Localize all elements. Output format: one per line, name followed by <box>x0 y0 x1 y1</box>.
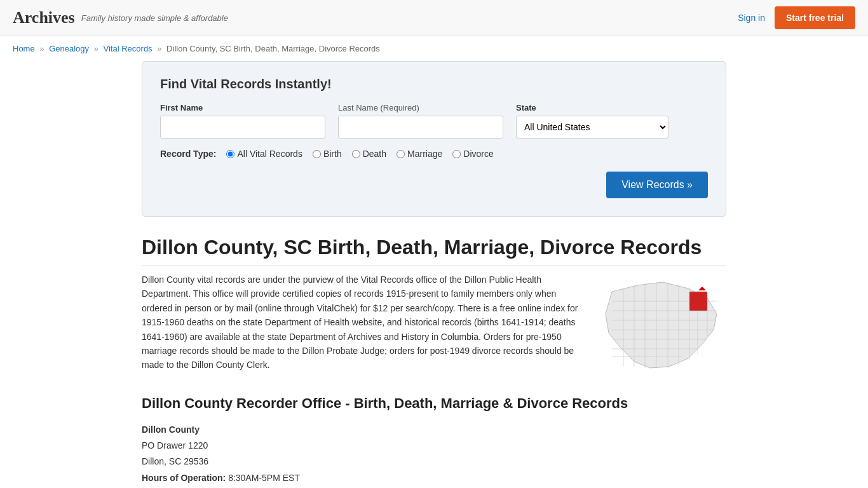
radio-marriage-input[interactable] <box>397 150 405 158</box>
start-trial-button[interactable]: Start free trial <box>775 6 855 29</box>
search-box: Find Vital Records Instantly! First Name… <box>142 61 726 217</box>
site-tagline: Family history made simple & affordable <box>81 13 228 23</box>
hours-label: Hours of Operation: <box>142 473 226 483</box>
breadcrumb-genealogy[interactable]: Genealogy <box>49 44 89 53</box>
site-logo: Archives <box>13 8 75 27</box>
radio-all-vital[interactable]: All Vital Records <box>226 149 302 159</box>
radio-divorce[interactable]: Divorce <box>452 149 493 159</box>
radio-birth[interactable]: Birth <box>313 149 342 159</box>
record-type-label: Record Type: <box>160 149 216 159</box>
state-group: State All United States <box>516 103 668 139</box>
last-name-input[interactable] <box>338 116 503 139</box>
record-type-row: Record Type: All Vital Records Birth Dea… <box>160 149 708 159</box>
content-section: Dillon County vital records are under th… <box>142 273 726 376</box>
radio-marriage[interactable]: Marriage <box>397 149 442 159</box>
office-info: Dillon County PO Drawer 1220 Dillon, SC … <box>142 422 726 488</box>
state-select[interactable]: All United States <box>516 116 668 139</box>
radio-death-input[interactable] <box>352 150 360 158</box>
hours-value-text: 8:30AM-5PM EST <box>228 473 300 483</box>
radio-death[interactable]: Death <box>352 149 386 159</box>
sc-map <box>599 273 726 376</box>
search-fields: First Name Last Name (Required) State Al… <box>160 103 708 139</box>
office-address1: PO Drawer 1220 <box>142 438 726 454</box>
radio-all-vital-input[interactable] <box>226 150 234 158</box>
sc-map-svg <box>599 273 726 374</box>
first-name-group: First Name <box>160 103 325 139</box>
first-name-label: First Name <box>160 103 325 112</box>
content-text: Dillon County vital records are under th… <box>142 273 580 376</box>
radio-divorce-input[interactable] <box>452 150 461 158</box>
sign-in-link[interactable]: Sign in <box>738 13 765 23</box>
svg-rect-16 <box>689 292 707 311</box>
radio-birth-input[interactable] <box>313 150 321 158</box>
recorder-section-title: Dillon County Recorder Office - Birth, D… <box>142 395 726 412</box>
first-name-input[interactable] <box>160 116 325 139</box>
breadcrumb-vital-records[interactable]: Vital Records <box>104 44 153 53</box>
breadcrumb-sep-2: » <box>94 44 98 53</box>
last-name-group: Last Name (Required) <box>338 103 503 139</box>
header-left: Archives Family history made simple & af… <box>13 8 228 27</box>
last-name-label: Last Name (Required) <box>338 103 503 112</box>
page-title: Dillon County, SC Birth, Death, Marriage… <box>142 236 726 266</box>
view-records-button[interactable]: View Records » <box>606 172 708 198</box>
search-title: Find Vital Records Instantly! <box>160 77 708 92</box>
office-name: Dillon County <box>142 424 200 435</box>
breadcrumb-home[interactable]: Home <box>13 44 35 53</box>
breadcrumb-sep-1: » <box>39 44 44 53</box>
site-header: Archives Family history made simple & af… <box>0 0 868 36</box>
state-label: State <box>516 103 668 112</box>
svg-marker-17 <box>698 287 706 290</box>
description-paragraph: Dillon County vital records are under th… <box>142 273 580 372</box>
breadcrumb-sep-3: » <box>157 44 161 53</box>
office-address2: Dillon, SC 29536 <box>142 454 726 470</box>
breadcrumb: Home » Genealogy » Vital Records » Dillo… <box>0 36 868 61</box>
main-content: Find Vital Records Instantly! First Name… <box>129 61 739 488</box>
breadcrumb-current: Dillon County, SC Birth, Death, Marriage… <box>166 44 380 53</box>
header-right: Sign in Start free trial <box>738 6 855 29</box>
search-bottom: View Records » <box>160 172 708 198</box>
